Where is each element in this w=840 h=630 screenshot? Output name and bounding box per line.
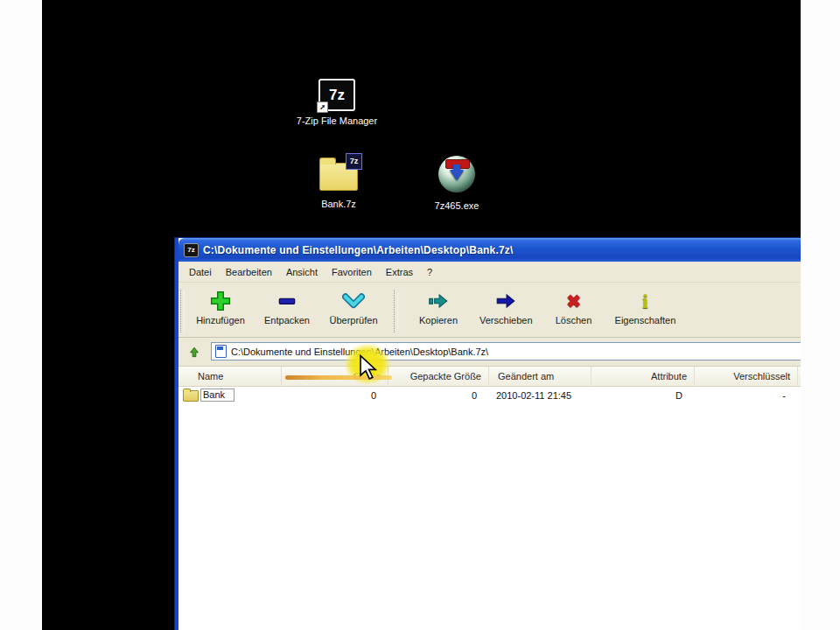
attributes-cell: D bbox=[592, 390, 695, 401]
download-arrow-icon bbox=[450, 170, 464, 180]
address-input[interactable]: C:\Dokumente und Einstellungen\Arbeiten\… bbox=[211, 342, 801, 360]
7zip-window: 7z C:\Dokumente und Einstellungen\Arbeit… bbox=[175, 238, 801, 630]
table-row[interactable]: Bank 0 0 2010-02-11 21:45 D - bbox=[178, 387, 801, 403]
plus-icon bbox=[209, 288, 232, 314]
folder-icon: 7z bbox=[319, 163, 358, 191]
menu-ansicht[interactable]: Ansicht bbox=[279, 264, 325, 280]
archive-file-icon bbox=[215, 345, 227, 358]
desktop-icon-bank-archive[interactable]: 7z Bank.7z bbox=[290, 156, 387, 209]
column-header-encrypted[interactable]: Verschlüsselt bbox=[695, 367, 798, 386]
encrypted-cell: - bbox=[695, 390, 798, 401]
copy-arrow-icon bbox=[427, 288, 450, 314]
7z-badge-icon: 7z bbox=[346, 153, 362, 170]
desktop-icon-7zip-file-manager[interactable]: 7z ➚ 7-Zip File Manager bbox=[289, 79, 385, 126]
folder-icon bbox=[183, 390, 199, 402]
copy-button[interactable]: Kopieren bbox=[405, 285, 472, 337]
toolbar: Hinzufügen Entpacken Überprüfen bbox=[178, 283, 801, 338]
7z-glyph: 7z bbox=[329, 87, 345, 103]
extract-button[interactable]: Entpacken bbox=[254, 285, 320, 337]
desktop-icon-label: Bank.7z bbox=[290, 199, 387, 209]
test-button[interactable]: Überprüfen bbox=[320, 285, 387, 337]
toolbar-label: Löschen bbox=[556, 315, 592, 326]
shortcut-arrow-icon: ➚ bbox=[317, 102, 328, 113]
info-icon: i bbox=[642, 288, 648, 314]
modified-cell: 2010-02-11 21:45 bbox=[489, 390, 592, 401]
toolbar-separator bbox=[394, 290, 398, 332]
column-header-packed-size[interactable]: Gepackte Größe bbox=[388, 367, 489, 386]
properties-button[interactable]: i Eigenschaften bbox=[607, 285, 684, 337]
toolbar-label: Entpacken bbox=[264, 315, 310, 326]
installer-globe-icon bbox=[438, 156, 475, 192]
column-header-modified[interactable]: Geändert am bbox=[489, 367, 592, 386]
up-one-level-button[interactable] bbox=[183, 342, 206, 360]
toolbar-label: Verschieben bbox=[480, 315, 533, 326]
desktop: 7z ➚ 7-Zip File Manager 7z Bank.7z 7z465… bbox=[42, 0, 801, 630]
check-icon bbox=[342, 288, 365, 314]
window-title: C:\Dokumente und Einstellungen\Arbeiten\… bbox=[203, 244, 514, 256]
file-list-header: Name Größe Gepackte Größe Geändert am At… bbox=[178, 367, 801, 387]
column-header-filler bbox=[798, 367, 801, 386]
move-button[interactable]: Verschieben bbox=[472, 285, 541, 337]
delete-button[interactable]: ✖ Löschen bbox=[541, 285, 607, 337]
7zip-titlebar-icon: 7z bbox=[184, 243, 199, 257]
file-list: Bank 0 0 2010-02-11 21:45 D - bbox=[178, 387, 801, 630]
menu-bar: Datei Bearbeiten Ansicht Favoriten Extra… bbox=[178, 262, 801, 283]
toolbar-label: Kopieren bbox=[419, 315, 458, 326]
file-name: Bank bbox=[200, 388, 234, 402]
up-arrow-icon bbox=[186, 344, 202, 360]
desktop-icon-label: 7z465.exe bbox=[409, 200, 505, 211]
file-name-cell[interactable]: Bank bbox=[178, 388, 282, 402]
address-bar: C:\Dokumente und Einstellungen\Arbeiten\… bbox=[178, 338, 801, 367]
menu-favoriten[interactable]: Favoriten bbox=[325, 264, 379, 280]
column-header-name[interactable]: Name bbox=[178, 367, 282, 386]
column-header-attributes[interactable]: Attribute bbox=[592, 367, 695, 386]
7zip-app-icon: 7z ➚ bbox=[318, 79, 355, 111]
menu-hilfe[interactable]: ? bbox=[420, 264, 439, 280]
menu-bearbeiten[interactable]: Bearbeiten bbox=[219, 264, 279, 280]
add-button[interactable]: Hinzufügen bbox=[187, 285, 254, 337]
mouse-cursor bbox=[359, 354, 378, 381]
delete-x-icon: ✖ bbox=[566, 288, 581, 314]
size-cell: 0 bbox=[282, 390, 388, 401]
move-arrow-icon bbox=[494, 288, 517, 314]
desktop-icon-label: 7-Zip File Manager bbox=[289, 116, 385, 126]
toolbar-label: Eigenschaften bbox=[615, 315, 676, 326]
desktop-icon-7z-installer[interactable]: 7z465.exe bbox=[409, 156, 505, 211]
minus-icon bbox=[276, 288, 298, 314]
menu-extras[interactable]: Extras bbox=[379, 264, 420, 280]
toolbar-label: Hinzufügen bbox=[196, 315, 245, 326]
menu-datei[interactable]: Datei bbox=[182, 264, 219, 280]
toolbar-gripper bbox=[180, 290, 185, 332]
toolbar-label: Überprüfen bbox=[329, 315, 377, 326]
window-titlebar[interactable]: 7z C:\Dokumente und Einstellungen\Arbeit… bbox=[178, 238, 801, 262]
packed-size-cell: 0 bbox=[388, 390, 489, 401]
